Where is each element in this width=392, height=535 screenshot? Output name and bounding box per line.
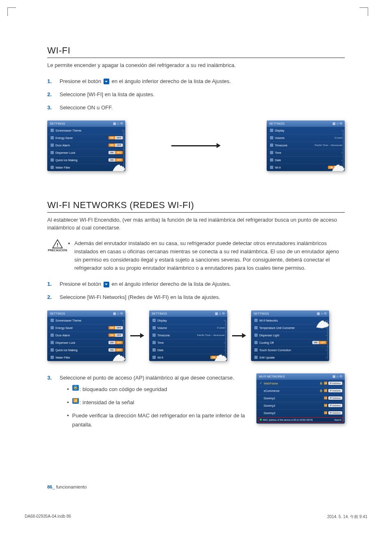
section-desc: Al establecer WI-FI Encendido, (ver más … — [47, 216, 345, 232]
legend-item: Puede verificar la dirección MAC del ref… — [67, 411, 248, 429]
step-text: Seleccione ON u OFF. — [60, 103, 113, 112]
step-number: 1. — [47, 77, 60, 86]
toggle: ONOFF — [108, 144, 123, 147]
step-text: en el ángulo inferior derecho de la list… — [111, 78, 231, 84]
settings-screen-c: SETTINGS▦ ⌂ ⟲ Wi-fi Networks› Temperatur… — [251, 310, 329, 361]
warning-icon: ! — [52, 239, 63, 248]
legend-item: 🔒: bloqueado con código de seguridad — [67, 385, 248, 394]
step-number: 2. — [47, 293, 60, 302]
wifi-networks-screen: Wi-Fi NETWORKS▦ ⌂ ⟲ ✓ WebFrame🔒 📶 IP Add… — [256, 373, 345, 424]
list-item: Screensaver Theme — [55, 129, 81, 132]
screen-title: Wi-Fi NETWORKS — [259, 375, 285, 378]
network-item: Dummy3 — [264, 412, 275, 415]
caution-label: PRECAUCIÓN — [47, 249, 68, 252]
step-item: 1. Presione el botón en el ángulo inferi… — [47, 280, 345, 289]
section-title-networks: WI-FI NETWORKS (REDES WI-FI) — [47, 200, 345, 213]
list-item: Wi-fi — [275, 166, 281, 169]
caution-block: ! PRECAUCIÓN Además del enrutador instal… — [47, 239, 345, 273]
network-item: eCommerce — [264, 389, 279, 392]
network-item: Dummy1 — [264, 397, 275, 400]
step-text: Seleccione [WI-FI] en la lista de ajuste… — [60, 90, 154, 99]
svg-text:!: ! — [57, 242, 59, 248]
list-item: Dispenser Lock — [55, 151, 75, 154]
step-item: 1. Presione el botón en el ángulo inferi… — [47, 77, 345, 86]
screenshot-row: SETTINGS▦ ⌂ ⟲ Screensaver Theme› Energy … — [47, 120, 345, 171]
search-label: Search — [334, 419, 341, 421]
list-item: Quick Ice Making — [55, 159, 78, 162]
value-label: 3 Level — [334, 137, 342, 139]
page-number: 86 — [47, 484, 52, 489]
step-text: Seleccione [Wi-Fi Networks] (Redes de WI… — [60, 293, 220, 302]
toggle: ONOFF — [108, 151, 123, 154]
steps-list: 3. Seleccione el punto de acceso (AP) in… — [47, 373, 248, 433]
settings-screen-b: SETTINGS▦ ⌂ ⟲ Display› Volume3 Level Tim… — [149, 310, 227, 361]
settings-screen-1: SETTINGS▦ ⌂ ⟲ Screensaver Theme› Energy … — [47, 120, 125, 171]
header-icons: ▦ ⌂ ⟲ — [113, 122, 123, 125]
legend-item: 📶: intensidad de la señal — [67, 398, 248, 407]
toggle: ONOFF — [108, 136, 123, 139]
value-label: Pacific Time – Vancouver — [315, 144, 342, 146]
settings-screen-2: SETTINGS▦ ⌂ ⟲ Display› Volume3 Level Tim… — [267, 120, 345, 171]
list-item: Water Filter — [55, 166, 70, 169]
steps-list: 1. Presione el botón en el ángulo inferi… — [47, 280, 345, 302]
screen-title: SETTINGS — [152, 312, 167, 315]
network-item: Dummy2 — [264, 404, 275, 407]
wifi-icon: 📶 — [72, 398, 79, 404]
step-text: en el ángulo inferior derecho de la list… — [111, 281, 231, 287]
list-item: Volume — [275, 137, 284, 139]
step-text: Presione el botón — [60, 281, 103, 287]
network-item: WebFrame — [264, 382, 278, 385]
list-item: Time — [275, 151, 281, 154]
step-number: 3. — [47, 103, 60, 112]
page-footer: 86_ funcionamiento — [47, 484, 87, 489]
toggle: ONOFF — [328, 166, 342, 169]
list-item: Date — [275, 159, 281, 162]
section-title-wifi: WI-FI — [47, 45, 345, 58]
mac-address-line: MAC address of this device is 00:1C:33:8… — [258, 417, 343, 422]
step-text: Presione el botón — [60, 78, 103, 84]
toggle: ONOFF — [108, 158, 123, 162]
step-item: 3. Seleccione ON u OFF. — [47, 103, 345, 112]
screen-title: SETTINGS — [50, 122, 65, 125]
steps-list: 1. Presione el botón en el ángulo inferi… — [47, 77, 345, 112]
mac-address-text: MAC address of this device is 00:1C:33:8… — [263, 419, 313, 421]
list-item: Door Alarm — [55, 144, 70, 147]
step-item: 3. Seleccione el punto de acceso (AP) in… — [47, 373, 248, 433]
step-number: 1. — [47, 280, 60, 289]
caution-text: Además del enrutador instalado en su cas… — [74, 239, 345, 273]
header-icons: ▦ ⌂ ⟲ — [332, 122, 342, 125]
arrow-right-icon — [130, 334, 144, 338]
screen-title: SETTINGS — [269, 122, 285, 125]
section-desc: Le permite encender y apagar la conexión… — [47, 61, 345, 69]
crop-mark — [7, 7, 16, 16]
screen-title: SETTINGS — [254, 312, 269, 315]
list-item: Energy Saver — [55, 137, 73, 139]
step-item: 2. Seleccione [WI-FI] en la lista de aju… — [47, 90, 345, 99]
step-number: 2. — [47, 90, 60, 99]
arrow-right-icon — [232, 334, 246, 338]
arrow-right-icon — [171, 144, 221, 148]
print-date: 2014. 5. 14. 午前 9:41 — [327, 514, 367, 520]
crop-mark — [360, 7, 368, 16]
list-item: Timezone — [275, 144, 287, 147]
screenshot-row: SETTINGS▦ ⌂ ⟲ Screensaver Theme› Energy … — [47, 310, 345, 361]
step-number: 3. — [47, 373, 60, 433]
ip-button: IP Address — [328, 382, 343, 385]
screen-title: SETTINGS — [50, 312, 65, 315]
list-item: Display — [275, 129, 284, 132]
chevron-down-icon — [104, 282, 109, 287]
settings-screen-a: SETTINGS▦ ⌂ ⟲ Screensaver Theme› Energy … — [47, 310, 125, 361]
chevron-down-icon — [104, 79, 109, 84]
lock-icon: 🔒 — [72, 385, 79, 391]
page-label: _ funcionamiento — [52, 484, 87, 489]
step-item: 2. Seleccione [Wi-Fi Networks] (Redes de… — [47, 293, 345, 302]
print-footer: DA68-02935A-04.indb 86 2014. 5. 14. 午前 9… — [25, 514, 367, 520]
indd-filename: DA68-02935A-04.indb 86 — [25, 514, 71, 520]
legend-list: 🔒: bloqueado con código de seguridad 📶: … — [67, 385, 248, 429]
step-text: Seleccione el punto de acceso (AP) inalá… — [60, 375, 234, 381]
